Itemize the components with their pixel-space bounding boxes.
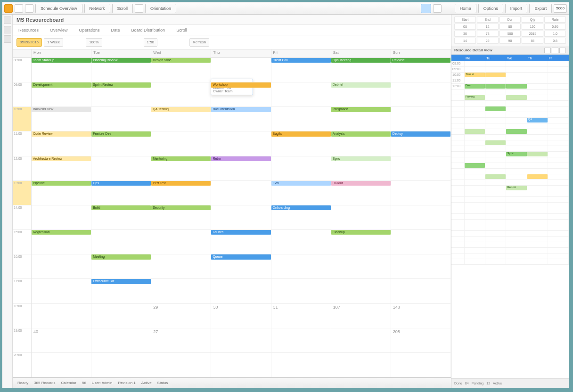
panel-btn-icon[interactable] <box>552 48 558 53</box>
calendar-cell[interactable] <box>32 353 91 377</box>
calendar-cell[interactable] <box>91 304 151 328</box>
mini-event[interactable] <box>485 174 506 179</box>
calendar-cell[interactable] <box>271 254 331 279</box>
calendar-cell[interactable] <box>91 230 151 254</box>
calendar-cell[interactable]: Team Standup <box>32 58 91 82</box>
mini-event[interactable]: Dev <box>465 84 485 89</box>
calendar-cell[interactable] <box>271 328 331 353</box>
calendar-event[interactable]: Security <box>151 205 211 210</box>
mini-event[interactable]: Task A <box>465 73 485 77</box>
calendar-cell[interactable] <box>391 254 451 279</box>
calendar-cell[interactable]: 30 <box>211 304 271 328</box>
calendar-event[interactable]: Development <box>32 82 91 87</box>
calendar-cell[interactable] <box>331 353 391 377</box>
ribbon-icon[interactable] <box>433 4 442 13</box>
mini-event[interactable] <box>527 152 548 156</box>
calendar-cell[interactable]: Analysis <box>331 131 391 156</box>
calendar-event[interactable]: Backend Task <box>32 107 91 112</box>
calendar-cell[interactable]: Perf Test <box>151 181 211 205</box>
scale-select[interactable]: 100% <box>86 38 102 47</box>
section-tab[interactable]: Date <box>111 28 120 33</box>
section-tab[interactable]: Board Distribution <box>131 28 165 33</box>
calendar-cell[interactable]: 27 <box>151 328 211 353</box>
calendar-cell[interactable] <box>32 304 91 328</box>
mini-event[interactable] <box>485 140 506 145</box>
calendar-cell[interactable] <box>91 353 151 377</box>
calendar-cell[interactable]: Sprint Review <box>91 82 151 107</box>
date-picker[interactable]: 05/20/2015 <box>16 38 42 47</box>
calendar-cell[interactable] <box>32 279 91 303</box>
calendar-cell[interactable]: Launch <box>211 230 271 254</box>
calendar-cell[interactable] <box>91 156 151 181</box>
calendar-cell[interactable]: Cleanup <box>331 230 391 254</box>
calendar-cell[interactable]: Build <box>91 205 151 230</box>
calendar-cell[interactable]: Debrief <box>331 82 391 107</box>
mini-event[interactable]: Review <box>465 95 485 100</box>
calendar-cell[interactable]: Client Call <box>271 58 331 82</box>
calendar-cell[interactable]: QA Testing <box>151 107 211 131</box>
calendar-event[interactable]: Queue <box>211 254 270 259</box>
mini-event[interactable]: QA <box>527 118 548 122</box>
calendar-cell[interactable]: Design Sync <box>151 58 211 82</box>
sidebar-icon[interactable] <box>4 16 11 24</box>
calendar-cell[interactable] <box>391 156 451 181</box>
mini-event[interactable] <box>465 163 485 168</box>
calendar-cell[interactable]: Ops Meeting <box>331 58 391 82</box>
ribbon-tab[interactable]: Orientation <box>145 4 176 13</box>
calendar-cell[interactable] <box>391 82 451 107</box>
calendar-cell[interactable]: Bugfix <box>271 131 331 156</box>
calendar-event[interactable]: Team Standup <box>32 58 91 63</box>
calendar-event[interactable]: Rollout <box>331 181 391 186</box>
calendar-cell[interactable] <box>271 279 331 303</box>
calendar-event[interactable]: Cleanup <box>331 230 391 235</box>
calendar-event[interactable]: Perf Test <box>151 181 211 186</box>
calendar-cell[interactable] <box>211 205 271 230</box>
ribbon-right[interactable]: Import <box>505 4 528 13</box>
calendar-cell[interactable]: Backend Task <box>32 107 91 131</box>
calendar-event[interactable]: Client Call <box>271 58 331 63</box>
calendar-event[interactable]: Design Sync <box>151 58 211 63</box>
calendar-event[interactable]: Sync <box>331 156 391 161</box>
ribbon-tab[interactable]: Schedule Overview <box>35 4 82 13</box>
calendar-event[interactable]: Meeting <box>91 254 151 259</box>
calendar-cell[interactable] <box>151 254 211 279</box>
ribbon-icon[interactable] <box>135 4 143 13</box>
calendar-cell[interactable] <box>211 58 271 82</box>
mini-event[interactable] <box>506 95 526 100</box>
calendar-cell[interactable]: Onboarding <box>271 205 331 230</box>
ribbon-tab[interactable]: Scroll <box>112 4 133 13</box>
calendar-event[interactable]: Retro <box>211 156 270 161</box>
calendar-event[interactable]: Build <box>91 205 151 210</box>
calendar-cell[interactable] <box>211 353 271 377</box>
calendar-cell[interactable]: Release <box>391 58 451 82</box>
section-tab[interactable]: Operations <box>79 28 100 33</box>
ribbon-icon[interactable] <box>15 4 23 13</box>
calendar-cell[interactable] <box>391 205 451 230</box>
calendar-cell[interactable]: Rollout <box>331 181 391 205</box>
section-tab[interactable]: Scroll <box>176 28 187 33</box>
calendar-cell[interactable] <box>151 82 211 107</box>
calendar-cell[interactable]: Eval <box>271 181 331 205</box>
calendar-event[interactable]: Onboarding <box>271 205 331 210</box>
ribbon-tab-selected[interactable] <box>421 4 431 13</box>
calendar-cell[interactable]: Ops <box>91 181 151 205</box>
calendar-cell[interactable]: Development <box>32 82 91 107</box>
mini-event[interactable] <box>465 129 485 134</box>
calendar-cell[interactable] <box>151 279 211 303</box>
calendar-event[interactable]: Sprint Review <box>91 82 151 87</box>
calendar-cell[interactable]: 148 <box>391 304 451 328</box>
calendar-cell[interactable] <box>331 254 391 279</box>
calendar-cell[interactable]: Extracurricular <box>91 279 151 303</box>
calendar-cell[interactable]: 107 <box>331 304 391 328</box>
calendar-event[interactable]: Eval <box>271 181 331 186</box>
calendar-event[interactable]: Mentoring <box>151 156 211 161</box>
calendar-event[interactable]: Extracurricular <box>91 279 151 284</box>
calendar-cell[interactable]: 208 <box>391 328 451 353</box>
calendar-event[interactable]: Ops Meeting <box>331 58 391 63</box>
calendar-cell[interactable] <box>32 205 91 230</box>
calendar-grid[interactable]: Event Duration: 2h Owner: Team Team Stan… <box>32 58 451 377</box>
mini-event[interactable]: Sync <box>506 152 526 156</box>
calendar-cell[interactable]: Pipeline <box>32 181 91 205</box>
mini-event[interactable] <box>506 129 526 134</box>
calendar-cell[interactable]: Planning Review <box>91 58 151 82</box>
